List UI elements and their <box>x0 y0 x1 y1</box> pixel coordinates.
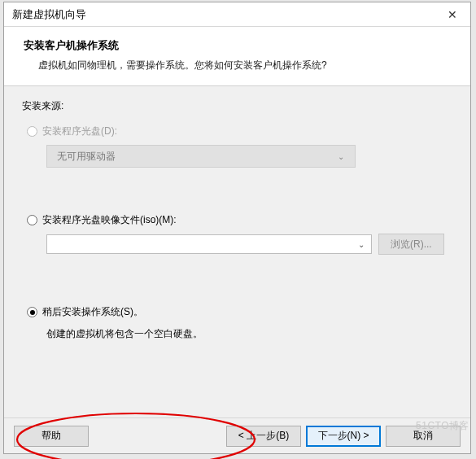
header-description: 虚拟机如同物理机，需要操作系统。您将如何安装客户机操作系统? <box>38 58 451 72</box>
install-source-label: 安装来源: <box>22 99 452 113</box>
chevron-down-icon: ⌄ <box>355 240 368 249</box>
radio-disc-label: 安装程序光盘(D): <box>42 125 117 138</box>
radio-option-disc: 安装程序光盘(D): <box>27 125 452 138</box>
radio-disc <box>27 126 37 137</box>
titlebar: 新建虚拟机向导 ✕ <box>4 2 470 27</box>
iso-path-row: ⌄ 浏览(R)... <box>46 234 452 255</box>
wizard-header: 安装客户机操作系统 虚拟机如同物理机，需要操作系统。您将如何安装客户机操作系统? <box>4 27 470 86</box>
chevron-down-icon: ⌄ <box>334 152 348 161</box>
next-button[interactable]: 下一步(N) > <box>306 426 381 447</box>
dropdown-value: 无可用驱动器 <box>57 150 116 164</box>
iso-path-input[interactable]: ⌄ <box>46 234 372 254</box>
close-icon: ✕ <box>448 8 457 21</box>
wizard-dialog: 新建虚拟机向导 ✕ 安装客户机操作系统 虚拟机如同物理机，需要操作系统。您将如何… <box>3 2 471 454</box>
radio-option-later[interactable]: 稍后安装操作系统(S)。 <box>27 305 452 319</box>
radio-iso-label: 安装程序光盘映像文件(iso)(M): <box>42 213 177 227</box>
install-later-section: 稍后安装操作系统(S)。 创建的虚拟机将包含一个空白硬盘。 <box>27 305 452 341</box>
radio-group: 安装程序光盘(D): 无可用驱动器 ⌄ 安装程序光盘映像文件(iso)(M): … <box>27 125 452 341</box>
radio-iso[interactable] <box>27 215 37 225</box>
disc-drive-dropdown: 无可用驱动器 ⌄ <box>46 145 356 168</box>
close-button[interactable]: ✕ <box>435 2 470 27</box>
header-title: 安装客户机操作系统 <box>24 38 451 53</box>
radio-later-label: 稍后安装操作系统(S)。 <box>42 305 143 319</box>
wizard-footer: 帮助 < 上一步(B) 下一步(N) > 取消 <box>4 417 470 453</box>
help-button[interactable]: 帮助 <box>14 426 89 447</box>
browse-button: 浏览(R)... <box>378 234 444 255</box>
install-later-note: 创建的虚拟机将包含一个空白硬盘。 <box>46 327 452 341</box>
back-button[interactable]: < 上一步(B) <box>226 426 301 447</box>
radio-later[interactable] <box>27 307 37 317</box>
wizard-content: 安装来源: 安装程序光盘(D): 无可用驱动器 ⌄ 安装程序光盘映像文件(iso… <box>4 86 470 417</box>
cancel-button[interactable]: 取消 <box>386 426 461 447</box>
radio-option-iso[interactable]: 安装程序光盘映像文件(iso)(M): <box>27 213 452 227</box>
window-title: 新建虚拟机向导 <box>12 7 86 22</box>
